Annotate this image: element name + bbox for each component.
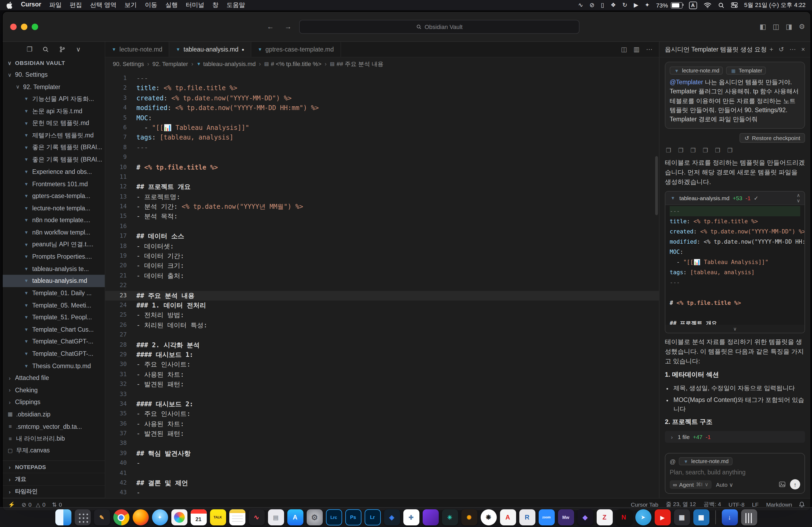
cursor-tab[interactable]: Cursor Tab: [631, 501, 658, 508]
apple-menu-icon[interactable]: [6, 1, 13, 9]
menu-item-9[interactable]: 도움말: [227, 1, 245, 9]
code-line-8[interactable]: 8---: [105, 142, 659, 152]
input-context-pill[interactable]: ▼lecture-note.md: [679, 457, 732, 465]
tab-2[interactable]: ▼gptres-case-template.md: [251, 42, 341, 57]
dock-finder-icon[interactable]: [55, 509, 71, 525]
attach-image-icon[interactable]: [779, 481, 786, 488]
toggle-panel-left-icon[interactable]: ◧: [760, 22, 766, 31]
tree-item-21[interactable]: ▼Template_Chart Cus...: [3, 323, 105, 335]
tree-item-29[interactable]: ≡.smtcmp_vector_db.ta...: [3, 420, 105, 432]
code-line-23[interactable]: 23## 주요 분석 내용: [105, 291, 659, 301]
new-chat-icon[interactable]: +: [770, 46, 773, 53]
file-edit-icon[interactable]: ❐: [691, 147, 696, 154]
tree-item-6[interactable]: ▼좋은 기록 템플릿 (BRAI...: [3, 141, 105, 153]
tree-item-10[interactable]: ▼gpters-case-templa...: [3, 190, 105, 202]
code-line-1[interactable]: 1---: [105, 74, 659, 84]
split-editor-icon[interactable]: ◫: [621, 46, 627, 53]
code-line-10[interactable]: 10# <% tp.file.title %>: [105, 162, 659, 172]
code-line-41[interactable]: 41: [105, 468, 659, 478]
input-source-indicator[interactable]: A: [689, 1, 697, 9]
tree-item-20[interactable]: ▼Template_51. Peopl...: [3, 311, 105, 323]
tree-item-28[interactable]: ▦.obsidian.zip: [3, 408, 105, 420]
code-line-32[interactable]: 32- 발견된 패턴:: [105, 379, 659, 389]
eol[interactable]: LF: [752, 501, 759, 508]
code-line-39[interactable]: 39## 핵심 발견사항: [105, 449, 659, 458]
breadcrumb-item-4[interactable]: ▤## 주요 분석 내용: [330, 60, 383, 68]
menu-item-4[interactable]: 보기: [125, 1, 137, 9]
search-icon[interactable]: [43, 46, 49, 52]
tree-item-12[interactable]: ▼n8n node template....: [3, 214, 105, 226]
model-selector[interactable]: Auto∨: [716, 481, 733, 487]
tree-item-2[interactable]: ▼기능선물 API 자동화...: [3, 93, 105, 105]
breadcrumb-item-0[interactable]: 90. Settings: [113, 61, 144, 67]
breadcrumb-item-3[interactable]: ▤# <% tp.file.title %>: [264, 61, 321, 67]
windows-icon[interactable]: ❖: [611, 2, 616, 9]
agent-mode-selector[interactable]: ∞ Agent ⌘I ∨: [670, 480, 712, 488]
file-edit-icon[interactable]: ❐: [678, 147, 684, 154]
dock-chrome-icon[interactable]: [113, 509, 129, 525]
code-line-22[interactable]: 22: [105, 281, 659, 291]
diff-card-header[interactable]: ▼ tableau-analysis.md +53 -1 ✓ ∧∨: [665, 192, 804, 205]
chevron-down-icon[interactable]: ∨: [76, 46, 81, 53]
dock-mweb-app-icon[interactable]: Mw: [558, 509, 574, 525]
dock-dev-app-icon[interactable]: ◈: [384, 509, 400, 525]
battery-indicator[interactable]: 73%: [656, 2, 683, 8]
play-icon[interactable]: ▶: [634, 2, 638, 9]
restore-checkpoint-button[interactable]: ↺Restore checkpoint: [740, 133, 805, 143]
more-actions-icon[interactable]: ⋯: [646, 46, 653, 53]
tree-item-9[interactable]: ▼Frontmeters 101.md: [3, 178, 105, 190]
tree-item-15[interactable]: ▼Prompts Properties....: [3, 251, 105, 263]
dock-youtube-icon[interactable]: ▶: [654, 509, 670, 525]
chat-history-icon[interactable]: ↺: [779, 46, 784, 53]
code-line-19[interactable]: 19- 데이터 기간:: [105, 251, 659, 261]
file-edit-icon[interactable]: ❐: [727, 147, 733, 154]
chat-messages[interactable]: ▼lecture-note.md▦Templater @Templater 나는…: [659, 57, 810, 450]
file-edit-icon[interactable]: ❐: [703, 147, 708, 154]
code-line-2[interactable]: 2title: <% tp.file.title %>: [105, 84, 659, 93]
tree-item-13[interactable]: ▼n8n workflow templ...: [3, 226, 105, 238]
tree-item-4[interactable]: ▼문헌 메모 템플릿.md: [3, 117, 105, 129]
dock-obsidian-icon[interactable]: ◆: [577, 509, 593, 525]
control-center-icon[interactable]: [731, 2, 738, 9]
dock-drawing-app-icon[interactable]: ✎: [94, 509, 110, 525]
menubar-clock[interactable]: 5월 21일 (수) 오후 4:22: [744, 1, 806, 9]
code-line-9[interactable]: 9: [105, 152, 659, 162]
code-line-25[interactable]: 25- 전처리 방법:: [105, 311, 659, 320]
code-line-7[interactable]: 7tags: [tableau, analysis]: [105, 133, 659, 143]
code-line-13[interactable]: 13- 프로젝트명:: [105, 192, 659, 202]
changed-files-bar[interactable]: › 1 file +47 -1: [665, 431, 805, 443]
sidebar-pane-0[interactable]: ›NOTEPADS: [3, 461, 105, 473]
dock-kakaotalk-icon[interactable]: TALK: [210, 509, 226, 525]
code-line-37[interactable]: 37- 발견된 패턴:: [105, 429, 659, 439]
tree-item-1[interactable]: ∨92. Templater: [3, 81, 105, 93]
code-line-20[interactable]: 20- 데이터 크기:: [105, 261, 659, 271]
code-line-35[interactable]: 35- 주요 인사이트:: [105, 409, 659, 419]
context-pill-0[interactable]: ▼lecture-note.md: [670, 66, 723, 75]
code-line-38[interactable]: 38: [105, 439, 659, 449]
tree-item-5[interactable]: ▼제텔카스텐 템플릿.md: [3, 129, 105, 141]
code-line-31[interactable]: 31- 사용된 차트:: [105, 370, 659, 379]
code-line-14[interactable]: 14- 분석 기간: <% tp.date.now("YYYY년 MM월") %…: [105, 202, 659, 212]
code-line-4[interactable]: 4modified: <% tp.date.now("YYYY-MM-DD HH…: [105, 103, 659, 113]
tree-item-25[interactable]: ›Attached file: [3, 372, 105, 384]
code-line-42[interactable]: 42## 결론 및 제언: [105, 478, 659, 488]
explorer-icon[interactable]: ❐: [27, 46, 32, 53]
tree-item-27[interactable]: ›Clippings: [3, 396, 105, 408]
battery-widget-icon[interactable]: ▯: [601, 2, 604, 9]
dock-chatgpt-icon[interactable]: ❋: [480, 509, 496, 525]
menu-item-5[interactable]: 이동: [145, 1, 157, 9]
tree-item-30[interactable]: ≡내 라이브러리.bib: [3, 433, 105, 445]
tree-item-23[interactable]: ▼Template_ChatGPT-...: [3, 347, 105, 360]
history-icon[interactable]: ↻: [622, 2, 627, 9]
tree-item-11[interactable]: ▼lecture-note templa...: [3, 202, 105, 214]
dock-app-store-icon[interactable]: A: [287, 509, 303, 525]
command-center-search[interactable]: Obsidian Vault: [299, 20, 579, 34]
tree-item-17[interactable]: ▼tableau-analysis.md: [3, 275, 105, 287]
code-line-3[interactable]: 3created: <% tp.date.now("YYYY-MM-DD") %…: [105, 93, 659, 103]
menu-item-7[interactable]: 터미널: [186, 1, 204, 9]
dock-white-app-icon[interactable]: ▤: [268, 509, 284, 525]
dock-downloads-icon[interactable]: ↓: [722, 509, 738, 525]
dock-launchpad-icon[interactable]: [74, 509, 90, 525]
file-edit-icon[interactable]: ❐: [715, 147, 721, 154]
sparkle-icon[interactable]: ✦: [645, 2, 650, 9]
